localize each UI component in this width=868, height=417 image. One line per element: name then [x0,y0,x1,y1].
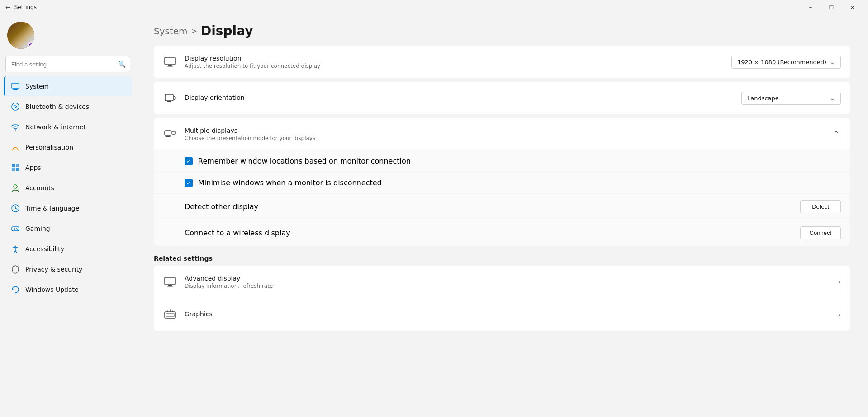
multiple-displays-toggle: ⌃ [831,128,841,140]
sidebar-item-system[interactable]: System [4,76,132,96]
orientation-dropdown-value: Landscape [747,95,779,102]
connect-wireless-row: Connect to a wireless display Connect [154,220,850,246]
app-container: 🔍 System [0,14,868,417]
sidebar-nav: System Bluetooth & devices [0,76,136,300]
svg-rect-20 [165,131,171,135]
svg-rect-24 [165,277,175,285]
sidebar-item-bluetooth[interactable]: Bluetooth & devices [4,97,132,117]
svg-rect-25 [168,285,172,286]
profile-dot [28,42,34,49]
multiple-displays-subtitle: Choose the presentation mode for your di… [185,135,831,141]
svg-rect-21 [172,131,175,134]
svg-rect-28 [166,313,174,317]
breadcrumb-separator: > [191,27,197,35]
graphics-chevron: › [838,310,841,319]
svg-rect-22 [166,136,170,136]
sidebar-item-accounts-label: Accounts [25,184,54,192]
graphics-icon [163,307,177,322]
detect-button[interactable]: Detect [800,200,841,213]
svg-point-13 [17,229,18,230]
advanced-display-subtitle: Display information, refresh rate [185,283,838,289]
sidebar-item-accessibility[interactable]: Accessibility [4,239,132,259]
sidebar-item-time[interactable]: Time & language [4,198,132,218]
svg-point-14 [15,246,16,247]
minimise-windows-checkbox[interactable]: ✓ [185,179,193,187]
advanced-display-row[interactable]: Advanced display Display information, re… [154,266,850,298]
display-resolution-content: Display resolution Adjust the resolution… [185,55,731,69]
svg-rect-17 [167,66,173,67]
titlebar-controls: − ❐ ✕ [800,0,863,14]
remember-window-checkbox[interactable]: ✓ [185,157,193,165]
sidebar-item-personalisation-label: Personalisation [25,144,73,151]
sidebar-item-privacy-label: Privacy & security [25,266,82,273]
orientation-dropdown[interactable]: Landscape ⌄ [741,92,841,105]
network-icon [11,122,20,131]
display-resolution-subtitle: Adjust the resolution to fit your connec… [185,63,731,69]
sidebar-item-gaming-label: Gaming [25,225,50,232]
back-icon[interactable]: ← [5,4,11,11]
sidebar-item-system-label: System [25,83,49,90]
display-resolution-row: Display resolution Adjust the resolution… [154,46,850,78]
multiple-displays-card: Multiple displays Choose the presentatio… [154,118,850,246]
sidebar-item-accounts[interactable]: Accounts [4,178,132,198]
sidebar-item-apps[interactable]: Apps [4,158,132,178]
resolution-dropdown-chevron: ⌄ [830,59,835,66]
graphics-row[interactable]: Graphics › [154,298,850,331]
svg-rect-1 [14,89,17,89]
connect-wireless-label: Connect to a wireless display [185,229,290,237]
sidebar-item-gaming[interactable]: Gaming [4,219,132,239]
sidebar-item-time-label: Time & language [25,205,79,212]
search-box: 🔍 [5,56,130,72]
connect-button[interactable]: Connect [800,226,841,239]
graphics-title: Graphics [185,310,838,318]
sidebar-item-privacy[interactable]: Privacy & security [4,259,132,279]
resolution-dropdown-value: 1920 × 1080 (Recommended) [737,59,826,66]
sidebar-item-network-label: Network & internet [25,123,86,131]
advanced-display-chevron: › [838,277,841,286]
main-content: System > Display Display resolution Adju… [136,14,868,417]
svg-rect-26 [167,286,173,287]
remember-window-row: ✓ Remember window locations based on mon… [154,150,850,172]
svg-point-9 [14,185,17,188]
graphics-content: Graphics [185,310,838,319]
user-profile [0,14,136,52]
breadcrumb-current: Display [201,23,253,38]
display-orientation-control: Landscape ⌄ [741,92,841,105]
svg-rect-7 [12,168,15,171]
advanced-display-icon [163,275,177,289]
svg-point-12 [16,228,17,229]
resolution-dropdown[interactable]: 1920 × 1080 (Recommended) ⌄ [731,56,841,69]
search-input[interactable] [5,56,130,72]
detect-display-label: Detect other display [185,202,258,211]
breadcrumb: System > Display [154,23,850,38]
personalisation-icon [11,143,20,152]
sidebar-item-update[interactable]: Windows Update [4,280,132,300]
minimise-windows-row: ✓ Minimise windows when a monitor is dis… [154,172,850,194]
accessibility-icon [11,244,20,253]
svg-rect-2 [13,89,18,90]
breadcrumb-parent[interactable]: System [154,26,188,37]
display-orientation-icon [163,91,177,105]
svg-rect-6 [16,164,19,167]
display-orientation-title: Display orientation [185,94,741,101]
display-orientation-content: Display orientation [185,94,741,102]
accounts-icon [11,183,20,192]
minimise-windows-check: ✓ [186,180,191,186]
remember-window-label: Remember window locations based on monit… [198,157,411,165]
sidebar: 🔍 System [0,14,136,417]
display-resolution-control: 1920 × 1080 (Recommended) ⌄ [731,56,841,69]
multiple-displays-collapse-button[interactable]: ⌃ [831,128,841,140]
multiple-displays-expanded: ✓ Remember window locations based on mon… [154,150,850,246]
time-icon [11,204,20,213]
avatar[interactable] [7,22,34,49]
sidebar-item-bluetooth-label: Bluetooth & devices [25,103,89,110]
svg-point-3 [12,103,19,110]
sidebar-item-personalisation[interactable]: Personalisation [4,137,132,157]
sidebar-item-network[interactable]: Network & internet [4,117,132,137]
display-resolution-icon [163,55,177,69]
close-button[interactable]: ✕ [842,0,863,14]
remember-window-check: ✓ [186,158,191,164]
maximize-button[interactable]: ❐ [821,0,842,14]
minimize-button[interactable]: − [800,0,821,14]
svg-rect-16 [168,65,172,66]
